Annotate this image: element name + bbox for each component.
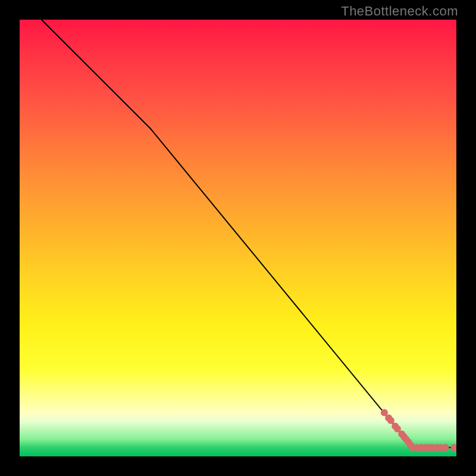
chart-container: TheBottleneck.com bbox=[0, 0, 476, 476]
plot-background bbox=[20, 20, 456, 456]
watermark-text: TheBottleneck.com bbox=[341, 4, 458, 19]
